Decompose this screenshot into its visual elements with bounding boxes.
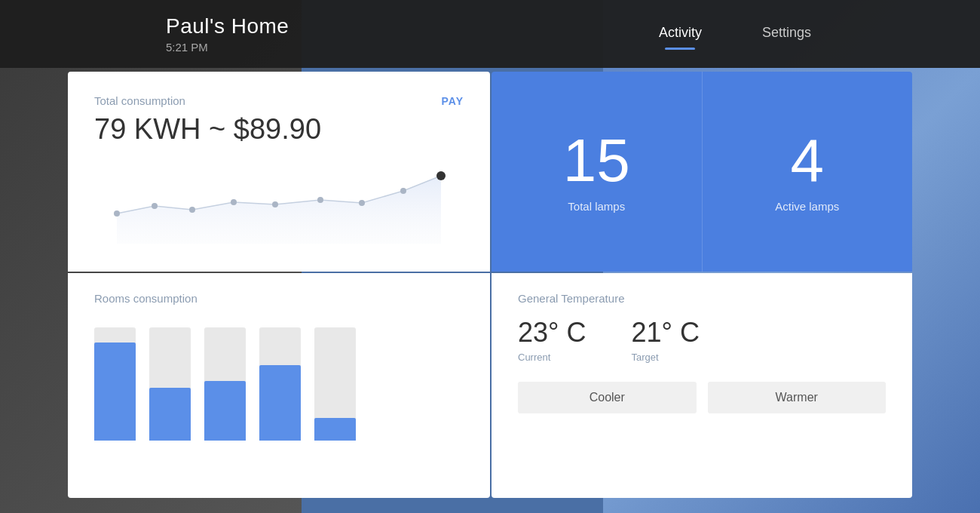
bars-container (94, 320, 464, 441)
bar-group-1 (94, 327, 136, 441)
bar-group-4 (259, 327, 301, 441)
top-bar-left: Paul's Home 5:21 PM (0, 14, 490, 54)
chart-area (94, 161, 464, 244)
energy-label: Total consumption (94, 94, 185, 107)
right-panel: 15 Total lamps 4 Active lamps General Te… (492, 72, 912, 498)
temp-card: General Temperature 23° C Current 21° C … (492, 273, 912, 498)
svg-point-8 (436, 171, 446, 180)
temp-values: 23° C Current 21° C Target (518, 317, 886, 363)
rooms-card: Rooms consumption (68, 273, 490, 498)
temp-target: 21° C Target (631, 317, 699, 363)
top-bar: Paul's Home 5:21 PM Activity Settings (0, 0, 980, 68)
bar-wrap-1 (94, 327, 136, 441)
bar-fill-1 (94, 343, 136, 441)
nav-activity[interactable]: Activity (659, 25, 702, 44)
bar-fill-5 (314, 418, 356, 441)
bar-fill-4 (259, 365, 301, 441)
total-lamps-label: Total lamps (568, 200, 625, 213)
bar-wrap-3 (204, 327, 246, 441)
temp-target-value: 21° C (631, 317, 699, 349)
stats-card: 15 Total lamps 4 Active lamps (492, 72, 912, 272)
temp-current-value: 23° C (518, 317, 586, 349)
top-bar-nav: Activity Settings (490, 25, 980, 44)
svg-point-4 (272, 201, 278, 207)
svg-point-1 (152, 203, 158, 209)
active-lamps-number: 4 (791, 131, 825, 191)
active-lamps-label: Active lamps (775, 200, 839, 213)
warmer-button[interactable]: Warmer (708, 382, 887, 413)
svg-point-2 (189, 207, 195, 213)
bar-wrap-5 (314, 327, 356, 441)
energy-card: Total consumption PAY 79 KWH ~ $89.90 (68, 72, 490, 272)
cooler-button[interactable]: Cooler (518, 382, 697, 413)
temp-current-label: Current (518, 352, 586, 363)
total-lamps-box: 15 Total lamps (492, 72, 703, 272)
energy-chart (94, 161, 464, 244)
svg-point-3 (231, 199, 237, 205)
svg-point-7 (400, 188, 406, 194)
app-time: 5:21 PM (166, 41, 490, 54)
left-panel: Total consumption PAY 79 KWH ~ $89.90 (68, 72, 490, 498)
bar-fill-2 (149, 388, 191, 441)
temp-buttons: Cooler Warmer (518, 382, 886, 413)
pay-button[interactable]: PAY (442, 95, 464, 107)
temp-current: 23° C Current (518, 317, 586, 363)
temp-target-label: Target (631, 352, 699, 363)
main-card: Total consumption PAY 79 KWH ~ $89.90 (68, 72, 912, 498)
svg-point-0 (114, 210, 120, 217)
svg-point-5 (317, 197, 323, 203)
temp-section-label: General Temperature (518, 292, 886, 305)
active-lamps-box: 4 Active lamps (703, 72, 913, 272)
bar-group-5 (314, 327, 356, 441)
app-title: Paul's Home (166, 14, 490, 38)
rooms-label: Rooms consumption (94, 292, 464, 305)
total-lamps-number: 15 (563, 131, 630, 191)
nav-settings[interactable]: Settings (762, 25, 811, 44)
bar-wrap-2 (149, 327, 191, 441)
energy-header: Total consumption PAY (94, 94, 464, 107)
svg-point-6 (359, 200, 365, 206)
bar-wrap-4 (259, 327, 301, 441)
bar-fill-3 (204, 381, 246, 441)
bar-group-3 (204, 327, 246, 441)
energy-value: 79 KWH ~ $89.90 (94, 113, 464, 146)
bar-group-2 (149, 327, 191, 441)
